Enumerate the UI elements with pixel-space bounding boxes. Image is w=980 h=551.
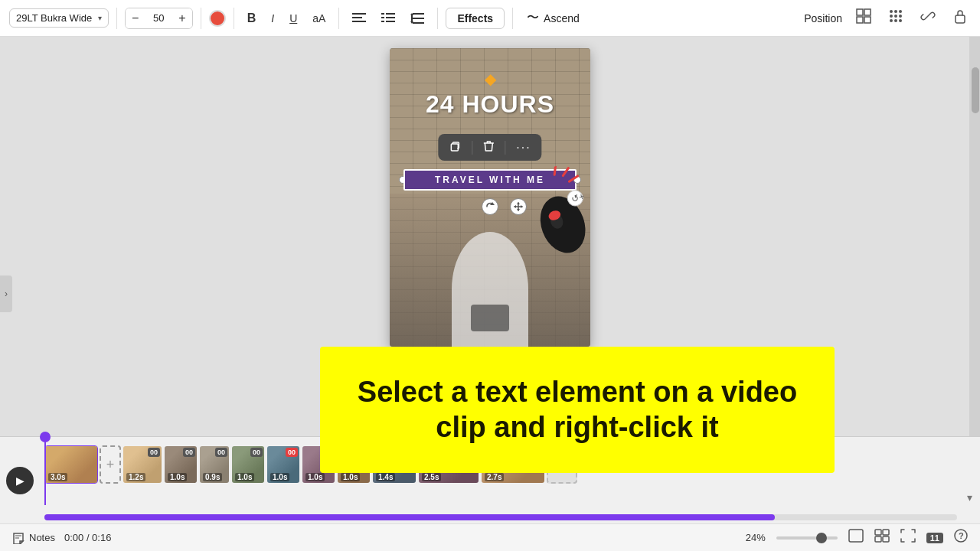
font-selector[interactable]: 29LT Bukra Wide ▾ [9, 8, 109, 28]
clip-1[interactable]: 3.0s [44, 445, 98, 484]
svg-rect-46 [875, 536, 881, 542]
grid-layout-button[interactable] [874, 529, 890, 546]
svg-marker-31 [514, 205, 516, 208]
clip-6[interactable]: 00 1.0s [266, 445, 300, 484]
svg-point-20 [890, 15, 893, 18]
clip-4[interactable]: 00 0.9s [199, 445, 230, 484]
zoom-thumb[interactable] [816, 533, 827, 543]
font-size-decrease-button[interactable]: − [126, 8, 145, 28]
scrollbar-thumb[interactable] [972, 67, 979, 113]
clip-10-duration: 2.5s [422, 473, 441, 481]
context-more-button[interactable]: ··· [513, 139, 534, 156]
toolbar: 29LT Bukra Wide ▾ − + B I U aA [0, 0, 980, 37]
font-size-input[interactable] [145, 12, 172, 24]
left-panel-collapse[interactable]: › [0, 276, 12, 312]
position-button[interactable]: Position [804, 12, 842, 24]
clip-1-duration: 3.0s [48, 473, 67, 481]
animation-label: Ascend [544, 12, 580, 24]
grid-button[interactable] [885, 5, 906, 31]
svg-rect-27 [451, 144, 458, 151]
clip-8-duration: 1.0s [341, 473, 360, 481]
trash-icon [483, 140, 494, 152]
single-layout-button[interactable] [848, 529, 864, 546]
svg-line-35 [568, 176, 578, 181]
divider-6 [512, 8, 513, 29]
instruction-line1: Select a text element on a video [358, 376, 797, 408]
context-copy-button[interactable] [446, 139, 464, 156]
clip-2[interactable]: 00 1.2s [122, 445, 162, 484]
status-bar: Notes 0:00 / 0:16 24% [0, 523, 980, 551]
svg-point-22 [899, 15, 902, 18]
fullscreen-button[interactable] [900, 529, 916, 546]
svg-rect-13 [857, 9, 863, 15]
link-button[interactable] [917, 5, 939, 31]
svg-rect-45 [883, 530, 889, 535]
svg-rect-10 [413, 18, 424, 19]
svg-rect-47 [883, 536, 889, 542]
notes-button[interactable]: Notes [12, 532, 55, 544]
clip-3[interactable]: 00 1.0s [164, 445, 198, 484]
arrange-icon-button[interactable] [853, 5, 874, 31]
canvas-title-text[interactable]: 24 HOURS [426, 90, 554, 119]
zoom-slider[interactable] [776, 536, 838, 540]
lock-icon [952, 8, 968, 24]
zoom-slider-container [776, 536, 838, 540]
timeline-scrollbar[interactable] [44, 514, 957, 520]
divider-3 [234, 8, 234, 29]
svg-rect-16 [864, 17, 871, 23]
diamond-decoration: ◆ [485, 70, 496, 88]
help-button[interactable]: ? [954, 529, 968, 546]
bold-button[interactable]: B [242, 8, 262, 29]
svg-rect-6 [386, 17, 395, 18]
play-area: ▶ [6, 467, 34, 494]
page-count-badge: 11 [926, 533, 943, 543]
clip-6-badge: 00 [286, 448, 298, 457]
svg-rect-0 [352, 13, 366, 15]
context-separator-2 [505, 141, 505, 155]
font-name-label: 29LT Bukra Wide [16, 12, 92, 24]
single-layout-icon [848, 529, 864, 543]
divider-2 [201, 8, 201, 29]
svg-rect-3 [381, 13, 384, 15]
rotate-handle[interactable] [482, 198, 498, 215]
clip-5[interactable]: 00 1.0s [231, 445, 265, 484]
case-button[interactable]: aA [307, 8, 331, 28]
context-menu: ··· [438, 134, 541, 161]
animation-button[interactable]: 〜 Ascend [521, 6, 586, 30]
playhead-indicator [40, 432, 51, 442]
instruction-overlay: Select a text element on a video clip an… [320, 347, 835, 473]
list-button[interactable] [376, 9, 400, 28]
instruction-text: Select a text element on a video clip an… [358, 375, 797, 445]
notes-icon [12, 532, 24, 544]
list-icon [381, 13, 395, 24]
font-size-increase-button[interactable]: + [172, 8, 191, 28]
italic-button[interactable]: I [266, 8, 279, 28]
svg-rect-26 [956, 15, 965, 23]
svg-line-33 [552, 166, 558, 174]
play-button[interactable]: ▶ [6, 467, 34, 494]
link-icon [920, 8, 936, 24]
video-canvas[interactable]: ◆ 24 HOURS [390, 48, 590, 347]
rotate-icon [485, 202, 495, 211]
timeline-scrollbar-thumb[interactable] [44, 514, 775, 520]
clip-1-inner: 3.0s [45, 446, 97, 483]
zoom-percent: 24% [746, 532, 766, 543]
notes-label: Notes [29, 532, 55, 543]
play-icon: ▶ [16, 474, 24, 487]
timeline-expand-button[interactable]: ▾ [967, 491, 972, 504]
line-height-button[interactable] [405, 9, 430, 28]
grid-layout-icon [874, 529, 890, 543]
divider-5 [437, 8, 438, 29]
help-icon: ? [954, 529, 968, 543]
text-color-button[interactable] [209, 10, 226, 27]
status-right: 24% 11 [746, 529, 968, 546]
lock-button[interactable] [949, 5, 971, 31]
clip-3-badge: 00 [183, 448, 195, 457]
add-clip-button-1[interactable]: + [100, 445, 121, 484]
align-button[interactable] [347, 9, 371, 28]
clip-5-inner: 00 1.0s [232, 446, 264, 483]
effects-button[interactable]: Effects [446, 8, 505, 29]
playhead[interactable] [44, 437, 46, 505]
context-delete-button[interactable] [480, 139, 497, 156]
underline-button[interactable]: U [284, 8, 302, 28]
